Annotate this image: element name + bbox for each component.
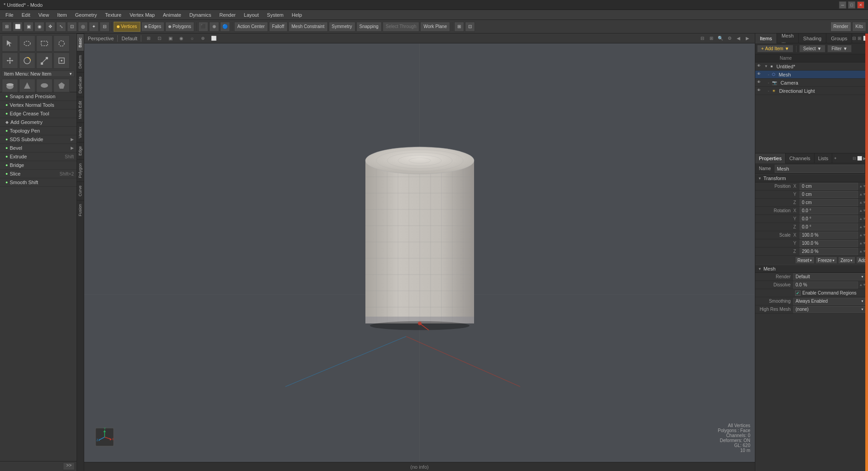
scale-y-input[interactable]: 100.0 % bbox=[800, 240, 858, 247]
enable-command-regions-checkbox[interactable]: ✓ bbox=[795, 290, 801, 296]
add-geometry-item[interactable]: ◆ Add Geometry bbox=[0, 118, 77, 127]
mode-vertices[interactable]: Vertices bbox=[114, 22, 140, 32]
3d-viewport[interactable]: All Vertices Polygons : Face Channels: 0… bbox=[84, 43, 755, 462]
transform-section-header[interactable]: ▼ Transform bbox=[755, 174, 868, 182]
vtab-basic[interactable]: Basic bbox=[77, 33, 84, 51]
vtab-vertex[interactable]: Vertex bbox=[77, 123, 84, 142]
maximize-btn[interactable]: □ bbox=[848, 1, 855, 9]
scale-tool[interactable] bbox=[36, 52, 53, 69]
rot-x-input[interactable]: 0.0 ° bbox=[800, 207, 858, 214]
kits-btn[interactable]: Kits bbox=[852, 22, 866, 32]
menu-file[interactable]: File bbox=[2, 10, 17, 19]
pos-x-input[interactable]: 0 cm bbox=[800, 183, 858, 190]
vtab-deform[interactable]: Deform bbox=[77, 51, 84, 72]
tool-3-2[interactable] bbox=[19, 79, 35, 92]
menu-item[interactable]: Item bbox=[53, 10, 70, 19]
select-btn[interactable]: Select ▼ bbox=[799, 45, 826, 52]
toolbar-icon-5[interactable]: ✥ bbox=[45, 22, 55, 32]
high-res-mesh-dropdown[interactable]: (none) ▼ bbox=[793, 306, 866, 313]
bevel-item[interactable]: ● Bevel ▶ bbox=[0, 144, 77, 152]
smooth-shift-item[interactable]: ● Smooth Shift bbox=[0, 178, 77, 187]
vtab-duplicate[interactable]: Duplicate bbox=[77, 72, 84, 97]
menu-texture[interactable]: Texture bbox=[101, 10, 125, 19]
vtab-curve[interactable]: Curve bbox=[77, 181, 84, 200]
transform-tool[interactable] bbox=[53, 52, 70, 69]
scene-eye-icon[interactable]: 👁 bbox=[757, 64, 762, 69]
props-name-input[interactable] bbox=[775, 165, 864, 173]
add-item-btn[interactable]: + Add Item ▼ bbox=[757, 45, 793, 52]
toolbar-icon-11[interactable]: ⬛ bbox=[198, 22, 208, 32]
viewport-zoom-fit-btn[interactable]: ⊞ bbox=[708, 35, 715, 42]
toolbar-icon-1[interactable]: ⊞ bbox=[2, 22, 12, 32]
dissolve-input[interactable]: 0.0 % bbox=[793, 281, 858, 289]
groups-tab[interactable]: Groups bbox=[826, 33, 852, 43]
viewport-settings-btn[interactable]: ⚙ bbox=[726, 35, 733, 42]
sds-subdivide-item[interactable]: ● SDS Subdivide ▶ bbox=[0, 135, 77, 144]
rot-y-input[interactable]: 0.0 ° bbox=[800, 215, 858, 223]
viewport-next-btn[interactable]: ▶ bbox=[744, 35, 751, 42]
mesh-eye-icon[interactable]: 👁 bbox=[757, 72, 762, 77]
menu-render[interactable]: Render bbox=[216, 10, 239, 19]
tool-3-1[interactable] bbox=[2, 79, 18, 92]
mesh-constraint-btn[interactable]: Mesh Constraint bbox=[288, 22, 328, 32]
props-add-tab[interactable]: + bbox=[834, 156, 836, 161]
rect-select[interactable] bbox=[36, 35, 53, 52]
menu-edit[interactable]: Edit bbox=[18, 10, 34, 19]
expand-btn[interactable]: >> bbox=[63, 462, 75, 470]
light-eye-icon[interactable]: 👁 bbox=[757, 88, 762, 94]
minimize-btn[interactable]: ─ bbox=[839, 1, 846, 9]
menu-animate[interactable]: Animate bbox=[159, 10, 185, 19]
scene-expand-icon[interactable]: ▼ bbox=[764, 64, 768, 68]
menu-view[interactable]: View bbox=[35, 10, 53, 19]
toolbar-icon-12[interactable]: ⊕ bbox=[209, 22, 219, 32]
toolbar-icon-6[interactable]: ⤡ bbox=[56, 22, 66, 32]
viewport-light-btn[interactable]: ☼ bbox=[188, 35, 196, 42]
menu-system[interactable]: System bbox=[264, 10, 288, 19]
viewport-render-btn[interactable]: ▣ bbox=[167, 35, 174, 42]
toolbar-icon-2[interactable]: ⬜ bbox=[13, 22, 23, 32]
props-icon-1[interactable]: ⊟ bbox=[853, 156, 856, 161]
toolbar-icon-9[interactable]: ✦ bbox=[89, 22, 99, 32]
viewport-prev-btn[interactable]: ◀ bbox=[735, 35, 742, 42]
move-tool[interactable] bbox=[2, 52, 18, 69]
viewport-home-btn[interactable]: ⊟ bbox=[699, 35, 706, 42]
viewport-cam-btn[interactable]: ◉ bbox=[177, 35, 185, 42]
properties-tab[interactable]: Properties bbox=[755, 153, 786, 163]
pos-z-input[interactable]: 0 cm bbox=[800, 199, 858, 206]
camera-item-row[interactable]: 👁 - 📷 Camera bbox=[755, 79, 868, 87]
menu-vertex-map[interactable]: Vertex Map bbox=[126, 10, 158, 19]
scale-x-input[interactable]: 100.0 % bbox=[800, 232, 858, 239]
items-tab[interactable]: Items bbox=[755, 33, 777, 43]
select-through-btn[interactable]: Select Through bbox=[383, 22, 420, 32]
mode-polygons[interactable]: Polygons bbox=[165, 22, 194, 32]
close-btn[interactable]: ✕ bbox=[857, 1, 864, 9]
edge-crease-item[interactable]: ● Edge Crease Tool bbox=[0, 109, 77, 118]
light-item-row[interactable]: 👁 - ☀ Directional Light bbox=[755, 87, 868, 95]
viewport-view-btn[interactable]: ⊡ bbox=[156, 35, 163, 42]
toolbar-icon-3[interactable]: ▣ bbox=[24, 22, 34, 32]
symmetry-btn[interactable]: Symmetry bbox=[329, 22, 355, 32]
tool-3-4[interactable] bbox=[53, 79, 70, 92]
tool-3-3[interactable] bbox=[36, 79, 53, 92]
work-plane-btn[interactable]: Work Plane bbox=[420, 22, 450, 32]
scene-item-row[interactable]: 👁 ▼ ■ Untitled* bbox=[755, 62, 868, 71]
action-center-btn[interactable]: Action Center bbox=[234, 22, 268, 32]
rpanel-icon-2[interactable]: ⊞ bbox=[858, 36, 861, 41]
viewport-zoom-in-btn[interactable]: 🔍 bbox=[717, 35, 724, 42]
snaps-precision-item[interactable]: ● Snaps and Precision bbox=[0, 92, 77, 101]
vertex-normal-item[interactable]: ● Vertex Normal Tools bbox=[0, 101, 77, 109]
shading-tab[interactable]: Shading bbox=[799, 33, 826, 43]
snapping-btn[interactable]: Snapping bbox=[356, 22, 382, 32]
vtab-mesh-edit[interactable]: Mesh Edit bbox=[77, 97, 84, 123]
rpanel-icon-1[interactable]: ⊟ bbox=[852, 36, 856, 41]
render-btn[interactable]: Render bbox=[830, 22, 852, 32]
bridge-item[interactable]: ● Bridge bbox=[0, 161, 77, 170]
channels-tab[interactable]: Channels bbox=[786, 153, 814, 163]
toolbar-icon-10[interactable]: ⊟ bbox=[100, 22, 110, 32]
mesh-section-header[interactable]: ▼ Mesh bbox=[755, 265, 868, 273]
scale-z-input[interactable]: 290.0 % bbox=[800, 248, 858, 255]
topology-pen-item[interactable]: ● Topology Pen bbox=[0, 127, 77, 135]
zero-btn[interactable]: Zero ▼ bbox=[838, 257, 855, 264]
menu-geometry[interactable]: Geometry bbox=[72, 10, 101, 19]
menu-dynamics[interactable]: Dynamics bbox=[186, 10, 215, 19]
